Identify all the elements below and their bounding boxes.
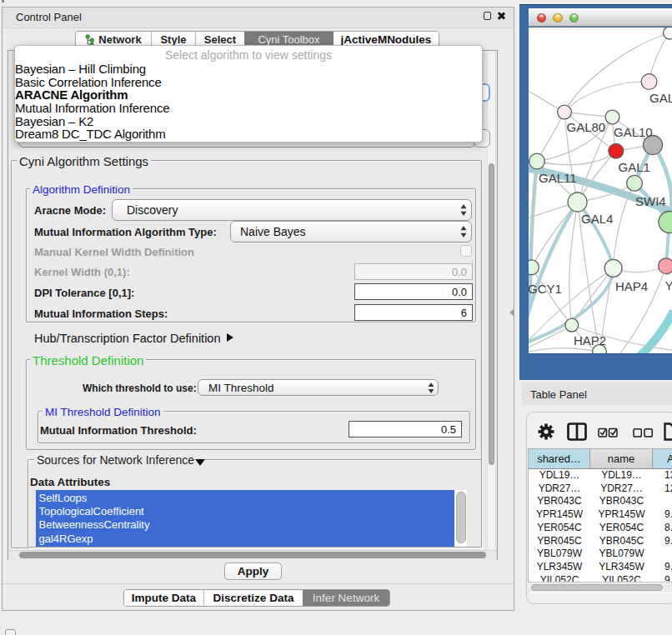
svg-text:GAL7: GAL7: [649, 90, 672, 104]
svg-text:YER: YER: [665, 278, 672, 292]
svg-text:GAL80: GAL80: [567, 119, 606, 133]
svg-text:GAL4: GAL4: [581, 211, 613, 225]
svg-text:GAL11: GAL11: [539, 170, 577, 184]
svg-text:HAP4: HAP4: [615, 278, 648, 292]
svg-text:GAL10: GAL10: [614, 125, 653, 139]
svg-text:GCY1: GCY1: [529, 281, 562, 295]
svg-text:HAP2: HAP2: [574, 332, 606, 347]
svg-text:SWI4: SWI4: [635, 193, 666, 208]
svg-text:GAL1: GAL1: [619, 159, 650, 173]
